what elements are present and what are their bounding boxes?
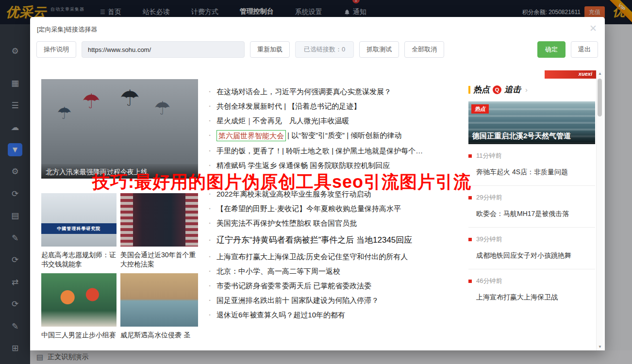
reload-button[interactable]: 重新加载 [250,41,290,58]
screen: 优采云 自动文章采集器 ☰ 首页 站长必读 计费方式 管理控制台 系统设置 通知 [0,0,632,364]
confirm-button[interactable]: 确定 [537,41,565,58]
timeline-title[interactable]: 成都地铁回应女子对小孩跳艳舞 [476,251,595,260]
timeline-time: 29分钟前 [476,193,502,202]
help-button[interactable]: 操作说明 [36,41,76,58]
hot-title-left: 热点 [473,84,490,95]
url-input[interactable] [82,41,245,58]
news-row: 国足亚洲排名跌出前十 国家队建设为何陷入停滞？ [209,295,471,305]
news-row: 市委书记跻身省委常委两天后 已掌舵省委政法委 [209,281,471,291]
dialog-toolbar: 操作说明 重新加载 已选链接数：0 抓取测试 全部取消 确定 退出 [30,34,605,58]
bullet-icon [209,235,216,245]
photo-caption[interactable]: 中国三人男篮止步小组赛 [41,331,116,340]
news-row: 星火成炬｜不舍再见 凡人微光|丰收温暖 [209,116,471,126]
news-row: 辽宁丹东“持黄码者看病被拦”事件之后 当地12345回应 [209,235,471,245]
news-link[interactable]: 上海宣布打赢大上海保卫战:历史会记住坚守和付出的所有人 [216,251,408,262]
scrollbar[interactable]: ▲ ▼ [596,70,603,350]
bullet-icon [209,203,216,214]
news-row: 精准赋码 学生返乡 保通保畅 国务院联防联控机制回应 [209,160,471,170]
red-square-icon [468,154,472,158]
news-link[interactable]: 【在希望的田野上·麦收记】今年夏粮收购总量保持高水平 [216,203,401,214]
umbrella-icon: ☂ [154,99,171,117]
dialog-title: [定向采集]链接选择器 [30,17,605,34]
bullet-icon [209,281,216,291]
close-icon[interactable]: ✕ [589,24,597,33]
news-photo-card[interactable]: 中国三人男篮止步小组赛 [41,273,116,340]
umbrella-icon: ☂ [57,105,71,121]
hot-badge: 热点 [471,104,489,114]
news-row: 在这场对话会上，习近平为何强调要真心实意谋发展？ [209,86,471,97]
timeline-time: 11分钟前 [476,151,502,160]
promo-banner[interactable]: xuexi [545,70,596,79]
news-row: 【在希望的田野上·麦收记】今年夏粮收购总量保持高水平 [209,203,471,214]
link-selector-dialog: [定向采集]链接选择器 ✕ 操作说明 重新加载 已选链接数：0 抓取测试 全部取… [30,17,605,350]
news-link[interactable]: 美国宪法不再保护女性堕胎权 联合国官员批 [216,218,357,228]
hot-title-right: 追击 [504,84,521,95]
hot-pursuit-header[interactable]: 热点 Q 追击 › [468,84,595,95]
bullet-icon [209,251,216,262]
news-row: 上海宣布打赢大上海保卫战:历史会记住坚守和付出的所有人 [209,251,471,262]
bullet-icon [209,86,216,97]
bullet-icon [209,218,216,228]
timeline-item[interactable]: 46分钟前 上海宣布打赢大上海保卫战 [468,269,595,311]
timeline-title[interactable]: 欧委会：马航MH17是被俄击落 [476,210,595,218]
news-link[interactable]: 精准赋码 学生返乡 保通保畅 国务院联防联控机制回应 [216,160,390,170]
news-link[interactable]: 北京：中小学、高一高二等下周一返校 [216,266,340,276]
photo-caption[interactable]: 起底高考志愿规划师：证书交钱就能拿 [41,250,116,269]
umbrella-icon: ☂ [82,91,100,112]
news-link[interactable]: 星火成炬｜不舍再见 凡人微光|丰收温暖 [216,116,349,126]
photo-caption[interactable]: 美国会通过近30年首个重大控枪法案 [120,250,198,269]
venice-photo [120,273,198,327]
news-photo-card[interactable]: 美国会通过近30年首个重大控枪法案 [120,193,198,269]
timeline-time: 39分钟前 [476,235,502,244]
bullet-icon [209,310,216,320]
news-link[interactable]: 退休近6年被查算久吗？超过10年的都有 [216,310,345,320]
timeline-item[interactable]: 39分钟前 成都地铁回应女子对小孩跳艳舞 [468,228,595,269]
news-row: 共创全球发展新时代 | 【沿着总书记的足迹】 [209,101,471,111]
bullet-icon [209,160,216,170]
news-photo-card[interactable]: 中國管理科學研究院 起底高考志愿规划师：证书交钱就能拿 [41,193,116,269]
scrollbar-thumb[interactable] [598,79,602,116]
flag-stripes [120,193,133,247]
hot-feature-caption[interactable]: 德国正重启北溪2号天然气管道 [468,129,595,144]
news-row: 北京：中小学、高一高二等下周一返校 [209,266,471,276]
news-link[interactable]: 共创全球发展新时代 | 【沿着总书记的足迹】 [216,101,361,111]
photo-caption[interactable]: 威尼斯遇高水位侵袭 圣 [120,331,198,340]
sohu-logo-icon: Q [493,85,501,94]
fetch-test-button[interactable]: 抓取测试 [359,41,399,58]
bullet-icon [209,116,216,126]
exit-button[interactable]: 退出 [571,41,598,58]
bullet-icon [209,266,216,276]
news-link[interactable]: | 以“智变”引“质变” | 倾听创新的律动 [287,130,401,140]
news-photo-card[interactable]: 威尼斯遇高水位侵袭 圣 [120,273,198,340]
scroll-down-icon[interactable]: ▼ [597,344,603,350]
red-square-icon [468,196,472,199]
bullet-icon [209,130,216,140]
basketball-photo [41,273,116,327]
news-link-selected[interactable]: 第六届世界智能大会 [216,130,286,141]
red-square-icon [468,238,472,241]
news-list: 在这场对话会上，习近平为何强调要真心实意谋发展？ 共创全球发展新时代 | 【沿着… [209,86,471,324]
scroll-up-icon[interactable]: ▲ [597,70,603,77]
news-row: 手里的饭，更香了！| 聆听土地之歌 | 保护黑土地就是保护每个… [209,146,471,156]
flag-stripes [185,193,198,247]
news-link[interactable]: 国足亚洲排名跌出前十 国家队建设为何陷入停滞？ [216,295,379,305]
news-link[interactable]: 在这场对话会上，习近平为何强调要真心实意谋发展？ [216,86,391,97]
yellow-bar-icon [468,86,470,94]
bullet-icon [209,101,216,111]
umbrella-icon: ☂ [120,87,140,109]
news-link[interactable]: 手里的饭，更香了！| 聆听土地之歌 | 保护黑土地就是保护每个… [216,146,423,156]
bullet-icon [209,295,216,305]
news-row: 退休近6年被查算久吗？超过10年的都有 [209,310,471,320]
news-link[interactable]: 辽宁丹东“持黄码者看病被拦”事件之后 当地12345回应 [216,235,412,245]
chevron-right-icon: › [525,85,528,94]
cancel-all-button[interactable]: 全部取消 [404,41,444,58]
embedded-webpage: xuexi ☂ ☂ ☂ ☂ 北方入汛来最强降雨过程今夜上线 中國管理科學研究院 … [30,70,605,350]
hot-feature-photo[interactable]: 热点 德国正重启北溪2号天然气管道 [468,101,595,144]
building-photo: 中國管理科學研究院 [41,193,116,247]
red-watermark-text: 技巧:最好用的图片伪原创工具seo引流图片引流 [92,170,578,194]
hot-pursuit-sidebar: 热点 Q 追击 › 热点 德国正重启北溪2号天然气管道 11分钟前 奔驰车起火 … [468,84,595,311]
building-sign: 中國管理科學研究院 [41,223,116,234]
hero-photo[interactable]: ☂ ☂ ☂ ☂ 北方入汛来最强降雨过程今夜上线 [41,79,198,179]
timeline-title[interactable]: 上海宣布打赢大上海保卫战 [476,293,595,302]
news-link[interactable]: 市委书记跻身省委常委两天后 已掌舵省委政法委 [216,281,371,291]
